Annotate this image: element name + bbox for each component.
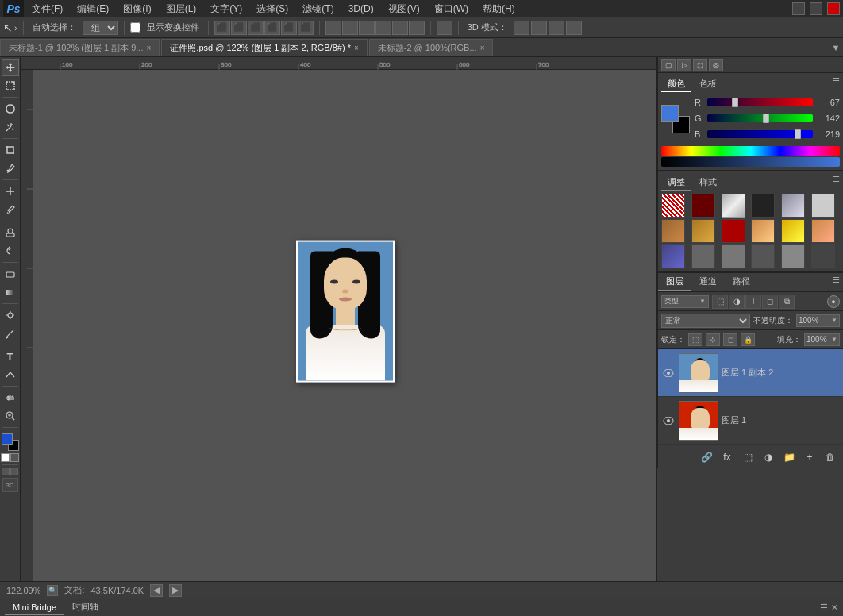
tab-1-close[interactable]: × bbox=[354, 44, 359, 52]
tool-eyedropper[interactable] bbox=[2, 160, 19, 177]
tabs-menu-button[interactable]: ▼ bbox=[829, 39, 843, 56]
menu-window[interactable]: 窗口(W) bbox=[428, 1, 475, 17]
tool-lasso[interactable] bbox=[2, 100, 19, 117]
tool-gradient[interactable] bbox=[2, 283, 19, 301]
standard-mode-icon[interactable] bbox=[10, 453, 19, 462]
g-slider-track[interactable] bbox=[707, 114, 813, 122]
paths-tab[interactable]: 路径 bbox=[725, 273, 758, 291]
style-item-15[interactable] bbox=[751, 244, 775, 268]
adj-tab[interactable]: 调整 bbox=[661, 175, 691, 191]
alpha-slider[interactable] bbox=[661, 157, 840, 167]
menu-text[interactable]: 文字(Y) bbox=[204, 1, 248, 17]
3d-mode-icon-4[interactable] bbox=[566, 21, 582, 35]
menu-help[interactable]: 帮助(H) bbox=[476, 1, 522, 17]
tool-text[interactable]: T bbox=[2, 348, 19, 365]
menu-image[interactable]: 图像(I) bbox=[117, 1, 157, 17]
opacity-input[interactable]: 100% ▼ bbox=[796, 314, 840, 327]
layer-group-btn[interactable]: 📁 bbox=[781, 449, 797, 465]
tab-0[interactable]: 未标题-1 @ 102% (图层 1 副本 9... × bbox=[0, 39, 160, 56]
menu-filter[interactable]: 滤镜(T) bbox=[296, 1, 340, 17]
tool-path-select[interactable] bbox=[2, 366, 19, 383]
adj-panel-menu[interactable]: ☰ bbox=[833, 175, 840, 191]
tool-magic-wand[interactable] bbox=[2, 118, 19, 136]
style-item-8[interactable] bbox=[722, 219, 745, 243]
layer-filter-smart[interactable]: ⧉ bbox=[779, 295, 795, 309]
foreground-color-swatch[interactable] bbox=[2, 433, 13, 445]
tool-dodge[interactable] bbox=[2, 306, 19, 324]
navigate-prev-btn[interactable]: ◀ bbox=[150, 584, 163, 597]
style-item-10[interactable] bbox=[781, 219, 805, 243]
distribute-left-button[interactable] bbox=[325, 21, 341, 35]
close-button[interactable] bbox=[827, 2, 840, 15]
tool-select-rect[interactable] bbox=[2, 77, 19, 94]
screen-mode-btn-1[interactable] bbox=[2, 468, 10, 475]
g-slider-thumb[interactable] bbox=[763, 114, 769, 123]
align-center-button[interactable]: ⬛ bbox=[231, 21, 247, 35]
panel-icon-3[interactable]: ⬚ bbox=[693, 59, 707, 71]
menu-file[interactable]: 文件(F) bbox=[25, 1, 69, 17]
layer-delete-btn[interactable]: 🗑 bbox=[822, 449, 838, 465]
tool-crop[interactable] bbox=[2, 141, 19, 159]
style-item-9[interactable] bbox=[751, 219, 775, 243]
tool-history-brush[interactable] bbox=[2, 242, 19, 260]
restore-button[interactable] bbox=[810, 2, 822, 15]
style-tab[interactable]: 样式 bbox=[693, 175, 723, 191]
r-slider-thumb[interactable] bbox=[732, 98, 738, 107]
move-tool-icon[interactable]: ↖ bbox=[3, 21, 13, 34]
style-item-4[interactable] bbox=[781, 194, 805, 218]
color-tab[interactable]: 颜色 bbox=[661, 76, 691, 92]
align-right-button[interactable]: ⬛ bbox=[248, 21, 264, 35]
panel-icon-1[interactable]: ▢ bbox=[661, 59, 676, 71]
3d-mode-icon-3[interactable] bbox=[549, 21, 564, 35]
distribute-middle-button[interactable] bbox=[392, 21, 408, 35]
navigate-next-btn[interactable]: ▶ bbox=[169, 584, 182, 597]
style-item-3[interactable] bbox=[751, 194, 775, 218]
layer-filter-dropdown[interactable]: 类型 ▼ bbox=[661, 295, 709, 308]
mini-bridge-close-btn[interactable]: ✕ bbox=[831, 603, 838, 613]
3d-mode-icon-2[interactable] bbox=[531, 21, 547, 35]
swatches-tab[interactable]: 色板 bbox=[693, 76, 723, 92]
distribute-bottom-button[interactable] bbox=[409, 21, 425, 35]
style-item-17[interactable] bbox=[811, 244, 835, 268]
layer-mask-btn[interactable]: ⬚ bbox=[740, 449, 756, 465]
layers-tab[interactable]: 图层 bbox=[658, 273, 691, 291]
tool-pen[interactable] bbox=[2, 325, 19, 342]
menu-edit[interactable]: 编辑(E) bbox=[71, 1, 115, 17]
3d-mode-icon-1[interactable] bbox=[514, 21, 529, 35]
style-item-0[interactable] bbox=[661, 194, 685, 218]
align-bottom-button[interactable]: ⬛ bbox=[298, 21, 314, 35]
tab-1[interactable]: 证件照.psd @ 122% (图层 1 副本 2, RGB/8#) * × bbox=[161, 39, 367, 56]
align-top-button[interactable]: ⬛ bbox=[264, 21, 280, 35]
panel-icon-4[interactable]: ◎ bbox=[709, 59, 723, 71]
align-left-button[interactable]: ⬛ bbox=[214, 21, 230, 35]
style-item-11[interactable] bbox=[811, 219, 835, 243]
distribute-right-button[interactable] bbox=[359, 21, 375, 35]
style-item-5[interactable] bbox=[811, 194, 835, 218]
quick-mask-icon[interactable] bbox=[1, 453, 10, 462]
channels-tab[interactable]: 通道 bbox=[691, 273, 725, 291]
style-item-16[interactable] bbox=[781, 244, 805, 268]
style-item-13[interactable] bbox=[691, 244, 715, 268]
layers-panel-menu[interactable]: ☰ bbox=[830, 273, 843, 291]
layer-1-visibility[interactable] bbox=[661, 414, 676, 428]
style-item-6[interactable] bbox=[661, 219, 685, 243]
tool-zoom[interactable] bbox=[2, 407, 19, 425]
layer-filter-shape[interactable]: ◻ bbox=[762, 295, 778, 309]
fill-input[interactable]: 100% ▼ bbox=[804, 333, 840, 346]
b-slider-thumb[interactable] bbox=[795, 129, 801, 139]
distribute-center-button[interactable] bbox=[342, 21, 358, 35]
tool-stamp[interactable] bbox=[2, 224, 19, 241]
style-item-12[interactable] bbox=[661, 244, 685, 268]
3d-tool-btn[interactable]: 3D bbox=[2, 478, 18, 492]
style-item-7[interactable] bbox=[691, 219, 715, 243]
distribute-top-button[interactable] bbox=[375, 21, 391, 35]
layer-filter-pixel[interactable]: ⬚ bbox=[712, 295, 728, 309]
tool-move[interactable] bbox=[2, 59, 19, 76]
lock-position-icon[interactable]: ⊹ bbox=[706, 333, 720, 346]
arrange-button[interactable] bbox=[437, 21, 452, 35]
minimize-button[interactable] bbox=[792, 2, 805, 15]
auto-select-dropdown[interactable]: 组 bbox=[83, 21, 118, 35]
style-item-14[interactable] bbox=[722, 244, 745, 268]
tool-healing[interactable] bbox=[2, 183, 19, 200]
transform-checkbox[interactable] bbox=[130, 22, 140, 33]
